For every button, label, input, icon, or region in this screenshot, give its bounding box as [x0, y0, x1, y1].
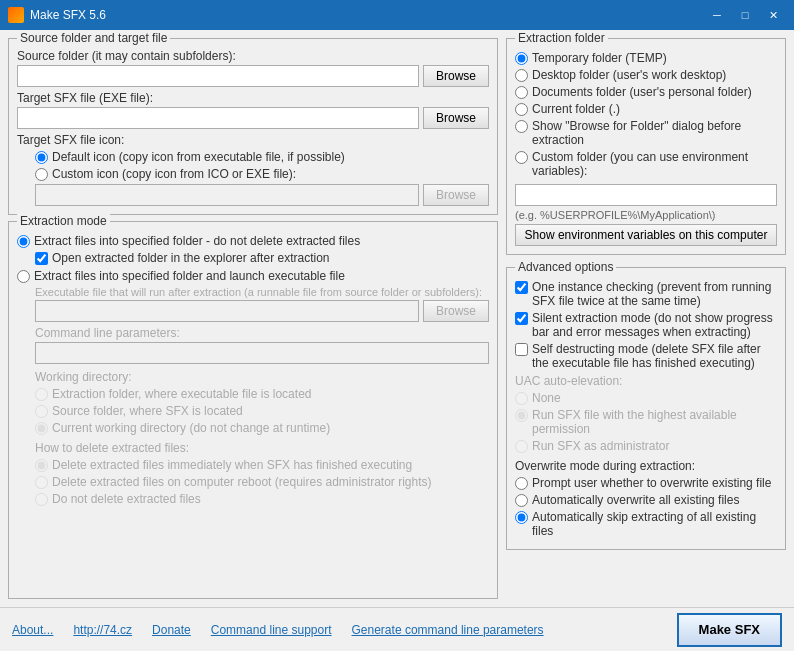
ef-temp-label: Temporary folder (TEMP) — [532, 51, 667, 65]
main-content: Source folder and target file Source fol… — [0, 30, 794, 607]
cmd-params-row — [35, 342, 489, 364]
bottom-bar: About... http://74.cz Donate Command lin… — [0, 607, 794, 651]
wd-current-label: Current working directory (do not change… — [52, 421, 330, 435]
adv-self-destruct-check[interactable] — [515, 343, 528, 356]
ef-browse-radio[interactable] — [515, 120, 528, 133]
target-sfx-row: Browse — [17, 107, 489, 129]
generate-link[interactable]: Generate command line parameters — [352, 623, 544, 637]
uac-none-row: None — [515, 391, 777, 405]
uac-highest-label: Run SFX file with the highest available … — [532, 408, 777, 436]
donate-link[interactable]: Donate — [152, 623, 191, 637]
extraction-folder-group: Extraction folder Temporary folder (TEMP… — [506, 38, 786, 255]
icon-label: Target SFX file icon: — [17, 133, 489, 147]
icon-default-label: Default icon (copy icon from executable … — [52, 150, 345, 164]
mode-open-explorer-check[interactable] — [35, 252, 48, 265]
target-sfx-label: Target SFX file (EXE file): — [17, 91, 489, 105]
target-sfx-browse-button[interactable]: Browse — [423, 107, 489, 129]
extraction-mode-title: Extraction mode — [17, 214, 110, 228]
source-folder-browse-button[interactable]: Browse — [423, 65, 489, 87]
bottom-links: About... http://74.cz Donate Command lin… — [12, 623, 544, 637]
advanced-title: Advanced options — [515, 260, 616, 274]
icon-custom-label: Custom icon (copy icon from ICO or EXE f… — [52, 167, 296, 181]
cmd-params-input[interactable] — [35, 342, 489, 364]
ow-prompt-radio[interactable] — [515, 477, 528, 490]
ef-browse-row: Show "Browse for Folder" dialog before e… — [515, 119, 777, 147]
titlebar: Make SFX 5.6 ─ □ ✕ — [0, 0, 794, 30]
ef-custom-radio[interactable] — [515, 151, 528, 164]
link74-link[interactable]: http://74.cz — [73, 623, 132, 637]
ow-skip-label: Automatically skip extracting of all exi… — [532, 510, 777, 538]
exe-file-browse-button[interactable]: Browse — [423, 300, 489, 322]
ef-documents-radio[interactable] — [515, 86, 528, 99]
app-title: Make SFX 5.6 — [30, 8, 106, 22]
ow-auto-label: Automatically overwrite all existing fil… — [532, 493, 739, 507]
adv-silent-check[interactable] — [515, 312, 528, 325]
icon-default-radio[interactable] — [35, 151, 48, 164]
ef-hint: (e.g. %USERPROFILE%\MyApplication\) — [515, 209, 777, 221]
adv-one-instance-row: One instance checking (prevent from runn… — [515, 280, 777, 308]
mode-extract-only-radio[interactable] — [17, 235, 30, 248]
adv-silent-row: Silent extraction mode (do not show prog… — [515, 311, 777, 339]
wd-current-radio[interactable] — [35, 422, 48, 435]
source-folder-row: Browse — [17, 65, 489, 87]
wd-current-row: Current working directory (do not change… — [35, 421, 489, 435]
icon-path-browse-button[interactable]: Browse — [423, 184, 489, 206]
icon-path-row: Browse — [35, 184, 489, 206]
del-immediately-radio[interactable] — [35, 459, 48, 472]
icon-default-row: Default icon (copy icon from executable … — [35, 150, 489, 164]
ow-skip-radio[interactable] — [515, 511, 528, 524]
wd-extraction-row: Extraction folder, where executable file… — [35, 387, 489, 401]
app-icon — [8, 7, 24, 23]
extraction-folder-title: Extraction folder — [515, 31, 608, 45]
mode-open-explorer-label: Open extracted folder in the explorer af… — [52, 251, 329, 265]
wd-source-radio[interactable] — [35, 405, 48, 418]
del-no-radio[interactable] — [35, 493, 48, 506]
uac-none-label: None — [532, 391, 561, 405]
wd-extraction-label: Extraction folder, where executable file… — [52, 387, 311, 401]
uac-admin-radio[interactable] — [515, 440, 528, 453]
ow-skip-row: Automatically skip extracting of all exi… — [515, 510, 777, 538]
del-reboot-radio[interactable] — [35, 476, 48, 489]
ef-custom-input[interactable] — [515, 184, 777, 206]
ef-current-label: Current folder (.) — [532, 102, 620, 116]
ef-current-radio[interactable] — [515, 103, 528, 116]
uac-highest-row: Run SFX file with the highest available … — [515, 408, 777, 436]
titlebar-left: Make SFX 5.6 — [8, 7, 106, 23]
target-sfx-input[interactable] — [17, 107, 419, 129]
about-link[interactable]: About... — [12, 623, 53, 637]
minimize-button[interactable]: ─ — [704, 5, 730, 25]
uac-none-radio[interactable] — [515, 392, 528, 405]
mode-open-explorer-row: Open extracted folder in the explorer af… — [35, 251, 489, 265]
del-immediately-row: Delete extracted files immediately when … — [35, 458, 489, 472]
icon-custom-row: Custom icon (copy icon from ICO or EXE f… — [35, 167, 489, 181]
source-folder-input[interactable] — [17, 65, 419, 87]
del-reboot-label: Delete extracted files on computer reboo… — [52, 475, 432, 489]
wd-source-label: Source folder, where SFX is located — [52, 404, 243, 418]
ef-temp-radio[interactable] — [515, 52, 528, 65]
mode-extract-launch-row: Extract files into specified folder and … — [17, 269, 489, 283]
uac-label: UAC auto-elevation: — [515, 374, 777, 388]
uac-highest-radio[interactable] — [515, 409, 528, 422]
wd-source-row: Source folder, where SFX is located — [35, 404, 489, 418]
maximize-button[interactable]: □ — [732, 5, 758, 25]
adv-one-instance-check[interactable] — [515, 281, 528, 294]
ef-desktop-radio[interactable] — [515, 69, 528, 82]
ef-custom-label: Custom folder (you can use environment v… — [532, 150, 777, 178]
mode-extract-launch-radio[interactable] — [17, 270, 30, 283]
exe-file-input[interactable] — [35, 300, 419, 322]
wd-extraction-radio[interactable] — [35, 388, 48, 401]
ef-desktop-label: Desktop folder (user's work desktop) — [532, 68, 726, 82]
make-sfx-button[interactable]: Make SFX — [677, 613, 782, 647]
close-button[interactable]: ✕ — [760, 5, 786, 25]
left-panel: Source folder and target file Source fol… — [8, 38, 498, 599]
uac-admin-row: Run SFX as administrator — [515, 439, 777, 453]
ow-auto-row: Automatically overwrite all existing fil… — [515, 493, 777, 507]
ef-env-button[interactable]: Show environment variables on this compu… — [515, 224, 777, 246]
icon-custom-radio[interactable] — [35, 168, 48, 181]
icon-path-input[interactable] — [35, 184, 419, 206]
cmdline-link[interactable]: Command line support — [211, 623, 332, 637]
ow-auto-radio[interactable] — [515, 494, 528, 507]
adv-self-destruct-label: Self destructing mode (delete SFX file a… — [532, 342, 777, 370]
ef-desktop-row: Desktop folder (user's work desktop) — [515, 68, 777, 82]
exe-file-row: Browse — [35, 300, 489, 322]
